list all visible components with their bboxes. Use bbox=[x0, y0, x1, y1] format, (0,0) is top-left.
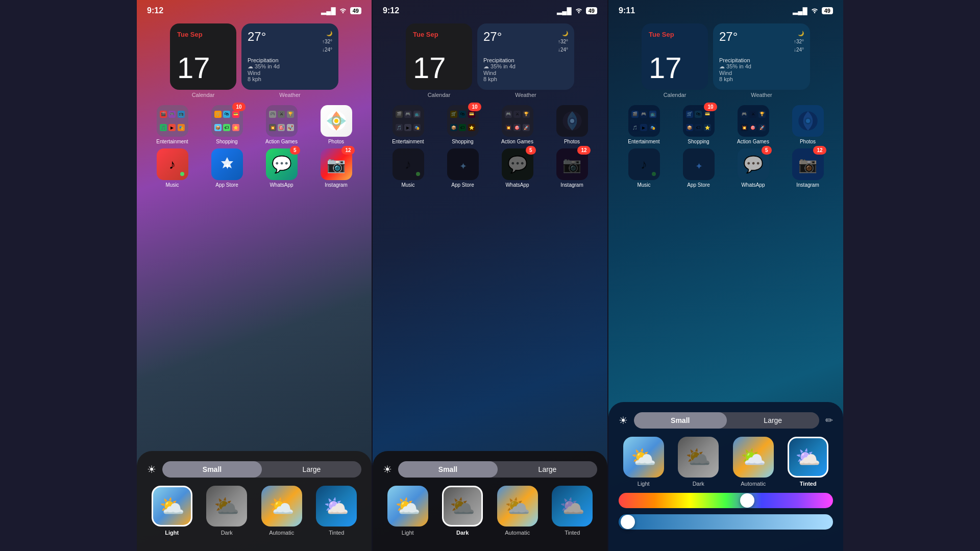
app-photos-dark[interactable]: Photos bbox=[547, 105, 597, 144]
hue-slider-track[interactable] bbox=[619, 493, 833, 508]
app-actiongames-dark[interactable]: 🎮 ⚔ 🏆 💥 🎯 🚀 Action Games bbox=[492, 105, 543, 144]
svg-text:✦: ✦ bbox=[695, 161, 702, 171]
badge-whatsapp-tinted: 5 bbox=[762, 146, 772, 155]
option-light-dark[interactable]: ⛅ Light bbox=[387, 486, 428, 536]
app-shopping-tinted[interactable]: 🛒 🛍 💳 📦 🏷 ⭐ 10 Shopping bbox=[673, 105, 724, 144]
option-tinted-dark[interactable]: ⛅ Tinted bbox=[552, 486, 593, 536]
badge-instagram-light: 12 bbox=[341, 146, 354, 155]
moon-icon-light: 🌙 bbox=[326, 31, 332, 36]
option-light-tinted[interactable]: ⛅ Light bbox=[623, 437, 664, 487]
svg-point-2 bbox=[334, 119, 338, 123]
status-icons-dark: ▂▄█ 49 bbox=[557, 7, 597, 15]
size-small-dark[interactable]: Small bbox=[398, 461, 498, 478]
app-actiongames-light[interactable]: 🎮 ⚔ 🏆 💥 🎯 🚀 Action Games bbox=[256, 105, 307, 144]
hue-slider-row[interactable] bbox=[619, 493, 833, 508]
calendar-widget-dark: Tue Sep 17 Calendar bbox=[406, 23, 472, 98]
weather-widget-dark: 27° 🌙↑32°↓24° Precipitation ☁ 35% in 4d … bbox=[477, 23, 574, 98]
svg-text:✦: ✦ bbox=[459, 161, 467, 171]
bottom-panel-dark: ☀ Small Large ⛅ Light ⛅ Dark ⛅ bbox=[373, 451, 607, 551]
pencil-icon-tinted[interactable]: ✏ bbox=[825, 415, 833, 426]
size-toggle-dark[interactable]: Small Large bbox=[398, 461, 597, 478]
phone-light: 9:12 ▂▄█ 49 Tue Sep 17 Calendar 27° 🌙↑32… bbox=[137, 0, 372, 551]
calendar-label-dark: Calendar bbox=[406, 92, 472, 98]
option-auto-light[interactable]: ⛅ Automatic bbox=[261, 486, 302, 536]
apps-row1-dark: 🎬 🎮 📺 🎵 ▶ 🎭 Entertainment 🛒 🛍 💳 📦 🏷 bbox=[373, 105, 607, 144]
size-large-light[interactable]: Large bbox=[262, 461, 361, 478]
app-appstore-light[interactable]: ✦ App Store bbox=[202, 148, 252, 188]
app-appstore-tinted[interactable]: ✦ App Store bbox=[673, 148, 724, 188]
status-time-tinted: 9:11 bbox=[619, 6, 635, 15]
saturation-slider-thumb[interactable] bbox=[621, 515, 635, 529]
calendar-widget-light: Tue Sep 17 Calendar bbox=[170, 23, 236, 98]
size-large-dark[interactable]: Large bbox=[498, 461, 597, 478]
option-light-light[interactable]: ⛅ Light bbox=[152, 486, 192, 536]
hue-slider-thumb[interactable] bbox=[740, 493, 754, 508]
widget-options-light: ⛅ Light ⛅ Dark ⛅ Automatic ⛅ Tint bbox=[147, 486, 361, 536]
option-tinted-light[interactable]: ⛅ Tinted bbox=[316, 486, 357, 536]
calendar-label-light: Calendar bbox=[170, 92, 236, 98]
option-auto-dark[interactable]: ⛅ Automatic bbox=[497, 486, 538, 536]
wifi-icon-tinted bbox=[811, 7, 819, 15]
bottom-panel-tinted: ☀ Small Large ✏ ⛅ Light ⛅ Dark bbox=[608, 402, 843, 551]
app-whatsapp-tinted[interactable]: 💬 5 WhatsApp bbox=[728, 148, 778, 188]
status-time-light: 9:12 bbox=[147, 6, 163, 15]
saturation-slider-row[interactable] bbox=[619, 514, 833, 530]
weather-label-dark: Weather bbox=[477, 92, 574, 98]
signal-icon-light: ▂▄█ bbox=[321, 7, 335, 15]
app-actiongames-tinted[interactable]: 🎮 ⚔ 🏆 💥 🎯 🚀 Action Games bbox=[728, 105, 778, 144]
app-entertainment-light[interactable]: 🎬 🎮 📺 🎵 ▶ 🎭 Entertainment bbox=[147, 105, 198, 144]
app-instagram-dark[interactable]: 📷 12 Instagram bbox=[547, 148, 597, 188]
size-large-tinted[interactable]: Large bbox=[727, 412, 820, 429]
sun-icon-light: ☀ bbox=[147, 463, 156, 475]
weather-label-light: Weather bbox=[241, 92, 338, 98]
apps-row2-tinted: ♪ Music ✦ App Store 💬 5 bbox=[608, 148, 843, 188]
battery-dark: 49 bbox=[586, 7, 597, 14]
app-photos-tinted[interactable]: Photos bbox=[782, 105, 833, 144]
option-auto-tinted[interactable]: ⛅ Automatic bbox=[733, 437, 774, 487]
widgets-row-light: Tue Sep 17 Calendar 27° 🌙↑32°↓24° Precip… bbox=[137, 18, 372, 103]
signal-icon-dark: ▂▄█ bbox=[557, 7, 571, 15]
option-dark-dark[interactable]: ⛅ Dark bbox=[442, 486, 483, 536]
app-instagram-light[interactable]: 📷 12 Instagram bbox=[311, 148, 361, 188]
app-shopping-light[interactable]: 🛒 🛍 💳 📦 🏷 ⭐ 10 Shopping bbox=[202, 105, 252, 144]
color-sliders bbox=[619, 493, 833, 530]
status-icons-light: ▂▄█ 49 bbox=[321, 7, 361, 15]
apps-row1-tinted: 🎬 🎮 📺 🎵 ▶ 🎭 Entertainment 🛒 🛍 💳 📦 🏷 bbox=[608, 105, 843, 144]
sun-icon-dark: ☀ bbox=[383, 463, 392, 475]
signal-icon-tinted: ▂▄█ bbox=[793, 7, 807, 15]
widgets-row-dark: Tue Sep 17 Calendar 27° 🌙↑32°↓24° Precip… bbox=[373, 18, 607, 103]
apps-row2-light: ♪ Music ✦ App Store 💬 bbox=[137, 148, 372, 188]
size-small-tinted[interactable]: Small bbox=[634, 412, 727, 429]
widget-options-dark: ⛅ Light ⛅ Dark ⛅ Automatic ⛅ Tint bbox=[383, 486, 597, 536]
option-dark-light[interactable]: ⛅ Dark bbox=[206, 486, 247, 536]
app-photos-light[interactable]: Photos bbox=[311, 105, 361, 144]
size-toggle-light[interactable]: Small Large bbox=[162, 461, 361, 478]
weather-label-tinted: Weather bbox=[713, 92, 810, 98]
app-shopping-dark[interactable]: 🛒 🛍 💳 📦 🏷 ⭐ 10 Shopping bbox=[437, 105, 488, 144]
calendar-label-tinted: Calendar bbox=[642, 92, 708, 98]
app-appstore-dark[interactable]: ✦ App Store bbox=[437, 148, 488, 188]
apps-row2-dark: ♪ Music ✦ App Store 💬 5 bbox=[373, 148, 607, 188]
app-whatsapp-dark[interactable]: 💬 5 WhatsApp bbox=[492, 148, 543, 188]
option-dark-tinted[interactable]: ⛅ Dark bbox=[678, 437, 719, 487]
app-entertainment-tinted[interactable]: 🎬 🎮 📺 🎵 ▶ 🎭 Entertainment bbox=[619, 105, 669, 144]
app-music-tinted[interactable]: ♪ Music bbox=[619, 148, 669, 188]
saturation-slider-track[interactable] bbox=[619, 514, 833, 530]
size-small-light[interactable]: Small bbox=[162, 461, 262, 478]
status-bar-light: 9:12 ▂▄█ 49 bbox=[137, 0, 372, 18]
badge-whatsapp-light: 5 bbox=[290, 146, 300, 155]
battery-light: 49 bbox=[350, 7, 361, 14]
app-whatsapp-light[interactable]: 💬 5 WhatsApp bbox=[256, 148, 307, 188]
app-music-light[interactable]: ♪ Music bbox=[147, 148, 198, 188]
badge-shopping-light: 10 bbox=[232, 103, 245, 111]
app-instagram-tinted[interactable]: 📷 12 Instagram bbox=[782, 148, 833, 188]
app-entertainment-dark[interactable]: 🎬 🎮 📺 🎵 ▶ 🎭 Entertainment bbox=[383, 105, 433, 144]
app-music-dark[interactable]: ♪ Music bbox=[383, 148, 433, 188]
status-bar-tinted: 9:11 ▂▄█ 49 bbox=[608, 0, 843, 18]
weather-widget-light: 27° 🌙↑32°↓24° Precipitation ☁ 35% in 4d … bbox=[241, 23, 338, 98]
size-toggle-tinted[interactable]: Small Large bbox=[634, 412, 819, 429]
status-bar-dark: 9:12 ▂▄█ 49 bbox=[373, 0, 607, 18]
option-tinted-tinted[interactable]: ⛅ Tinted bbox=[788, 437, 828, 487]
wifi-icon-dark bbox=[575, 7, 583, 15]
status-time-dark: 9:12 bbox=[383, 6, 399, 15]
